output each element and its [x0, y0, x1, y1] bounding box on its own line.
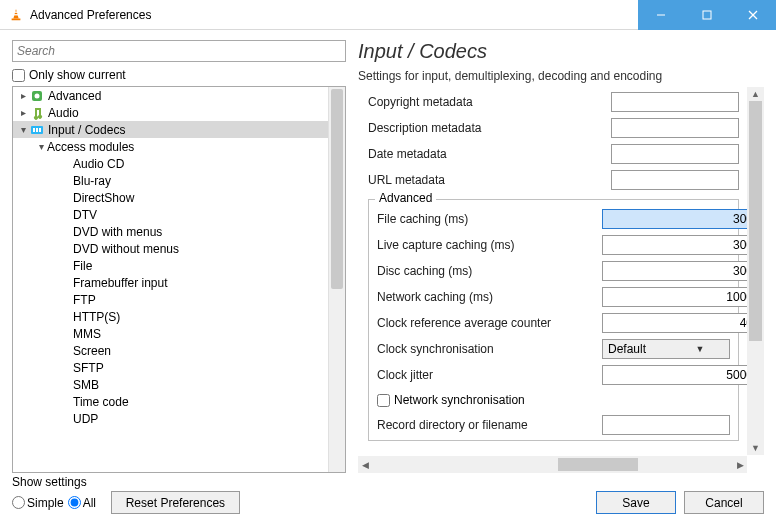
tree-item-input-codecs[interactable]: ▾ Input / Codecs	[13, 121, 328, 138]
tree-item[interactable]: UDP	[13, 410, 328, 427]
only-show-current-checkbox[interactable]: Only show current	[12, 68, 346, 82]
tree-item-advanced[interactable]: ▸ Advanced	[13, 87, 328, 104]
tree-label: Advanced	[48, 89, 101, 103]
tree-label: Time code	[73, 395, 129, 409]
live-caching-input[interactable]	[602, 235, 747, 255]
right-panel: Input / Codecs Settings for input, demul…	[358, 40, 764, 473]
chevron-right-icon[interactable]: ▸	[17, 90, 29, 101]
clock-jitter-spin[interactable]: ▲▼	[602, 365, 730, 385]
tree-item-access-modules[interactable]: ▾ Access modules	[13, 138, 328, 155]
disc-caching-spin[interactable]: ▲▼	[602, 261, 730, 281]
record-dir-input[interactable]	[602, 415, 730, 435]
chevron-down-icon[interactable]: ▾	[35, 141, 47, 152]
scroll-up-icon[interactable]: ▲	[747, 87, 764, 101]
all-radio[interactable]: All	[68, 496, 96, 510]
tree-label: UDP	[73, 412, 98, 426]
minimize-button[interactable]	[638, 0, 684, 30]
svg-rect-3	[14, 14, 19, 15]
clock-jitter-label: Clock jitter	[377, 368, 602, 382]
tree-label: Screen	[73, 344, 111, 358]
tree-item[interactable]: Time code	[13, 393, 328, 410]
svg-rect-2	[14, 11, 18, 12]
tree-label: Framebuffer input	[73, 276, 168, 290]
tree-item[interactable]: SMB	[13, 376, 328, 393]
advanced-group-legend: Advanced	[375, 191, 436, 205]
svg-rect-12	[36, 128, 38, 132]
clock-ref-spin[interactable]: ▲▼	[602, 313, 730, 333]
reset-preferences-button[interactable]: Reset Preferences	[111, 491, 240, 514]
simple-radio[interactable]: Simple	[12, 496, 64, 510]
record-dir-label: Record directory or filename	[377, 418, 602, 432]
tree-label: Input / Codecs	[48, 123, 125, 137]
tree-item-audio[interactable]: ▸ Audio	[13, 104, 328, 121]
clock-jitter-input[interactable]	[602, 365, 747, 385]
tree-item[interactable]: File	[13, 257, 328, 274]
chevron-down-icon[interactable]: ▾	[17, 124, 29, 135]
network-caching-input[interactable]	[602, 287, 747, 307]
tree-item[interactable]: DirectShow	[13, 189, 328, 206]
network-sync-label: Network synchronisation	[394, 393, 525, 407]
scroll-left-icon[interactable]: ◀	[358, 456, 372, 473]
tree-scrollbar[interactable]	[328, 87, 345, 472]
tree-item[interactable]: SFTP	[13, 359, 328, 376]
form-scrollbar-vertical[interactable]: ▲▼	[747, 87, 764, 455]
url-metadata-input[interactable]	[611, 170, 739, 190]
only-show-current-box[interactable]	[12, 69, 25, 82]
tree-label: Audio CD	[73, 157, 124, 171]
scroll-down-icon[interactable]: ▼	[747, 441, 764, 455]
tree-item[interactable]: Blu-ray	[13, 172, 328, 189]
tree-item[interactable]: HTTP(S)	[13, 308, 328, 325]
page-subtitle: Settings for input, demultiplexing, deco…	[358, 69, 764, 83]
tree-label: Blu-ray	[73, 174, 111, 188]
network-caching-spin[interactable]: ▲▼	[602, 287, 730, 307]
scroll-right-icon[interactable]: ▶	[733, 456, 747, 473]
file-caching-spin[interactable]: ▲▼	[602, 209, 730, 229]
form-scrollbar-horizontal[interactable]: ◀▶	[358, 456, 747, 473]
svg-rect-11	[33, 128, 35, 132]
tree-item[interactable]: Audio CD	[13, 155, 328, 172]
network-sync-checkbox[interactable]	[377, 394, 390, 407]
tree-label: SFTP	[73, 361, 104, 375]
cancel-button[interactable]: Cancel	[684, 491, 764, 514]
advanced-groupbox: Advanced File caching (ms) ▲▼ Live captu…	[368, 199, 739, 441]
disc-caching-input[interactable]	[602, 261, 747, 281]
tree-item[interactable]: DVD with menus	[13, 223, 328, 240]
tree-item[interactable]: Framebuffer input	[13, 274, 328, 291]
chevron-right-icon[interactable]: ▸	[17, 107, 29, 118]
live-caching-spin[interactable]: ▲▼	[602, 235, 730, 255]
file-caching-input[interactable]	[602, 209, 747, 229]
save-button[interactable]: Save	[596, 491, 676, 514]
date-metadata-label: Date metadata	[368, 147, 611, 161]
clock-sync-value: Default	[603, 342, 666, 356]
tree-label: DTV	[73, 208, 97, 222]
copyright-metadata-input[interactable]	[611, 92, 739, 112]
close-button[interactable]	[730, 0, 776, 30]
gear-icon	[29, 88, 45, 104]
tree-item[interactable]: MMS	[13, 325, 328, 342]
svg-point-9	[35, 93, 40, 98]
tree-label: DVD without menus	[73, 242, 179, 256]
maximize-button[interactable]	[684, 0, 730, 30]
file-caching-label: File caching (ms)	[377, 212, 602, 226]
search-input[interactable]	[12, 40, 346, 62]
svg-marker-0	[13, 8, 18, 18]
only-show-current-label: Only show current	[29, 68, 126, 82]
clock-ref-label: Clock reference average counter	[377, 316, 602, 330]
tree-item[interactable]: Screen	[13, 342, 328, 359]
tree-item[interactable]: FTP	[13, 291, 328, 308]
network-caching-label: Network caching (ms)	[377, 290, 602, 304]
tree-label: Audio	[48, 106, 79, 120]
tree-item[interactable]: DVD without menus	[13, 240, 328, 257]
clock-ref-input[interactable]	[602, 313, 747, 333]
preferences-tree[interactable]: ▸ Advanced ▸ Audio ▾ Input / Codecs ▾	[12, 86, 346, 473]
description-metadata-input[interactable]	[611, 118, 739, 138]
clock-sync-combo[interactable]: Default▼	[602, 339, 730, 359]
tree-item[interactable]: DTV	[13, 206, 328, 223]
tree-label: DirectShow	[73, 191, 134, 205]
date-metadata-input[interactable]	[611, 144, 739, 164]
chevron-down-icon[interactable]: ▼	[666, 344, 729, 354]
left-panel: Only show current ▸ Advanced ▸ Audio ▾ I…	[12, 40, 346, 473]
tree-label: DVD with menus	[73, 225, 162, 239]
music-note-icon	[29, 105, 45, 121]
svg-rect-13	[39, 128, 41, 132]
